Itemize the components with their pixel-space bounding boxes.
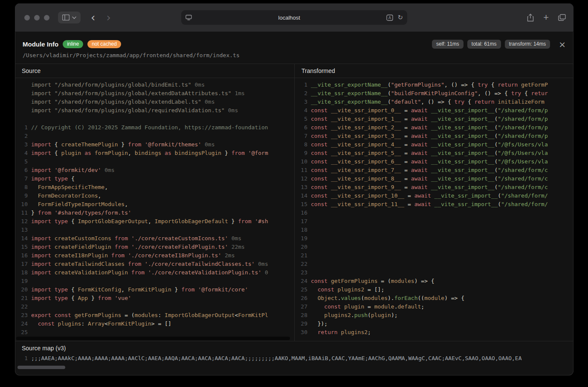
code-text: const __vite_ssr_import_5__ = await __vi…: [311, 149, 548, 157]
code-text: const __vite_ssr_import_1__ = await __vi…: [311, 115, 548, 123]
code-line: 24const getFormPlugins = (modules) => {: [295, 277, 574, 285]
source-horizontal-scrollbar[interactable]: [16, 337, 290, 340]
code-line: 29 });: [295, 320, 574, 328]
line-number: [15, 98, 28, 106]
toolbar-right-actions: +: [527, 3, 566, 32]
website-settings-icon[interactable]: [185, 15, 192, 20]
code-text: import createCustomIcons from './core/cr…: [31, 234, 241, 243]
minimize-window-button[interactable]: [34, 15, 40, 20]
code-line: 9const __vite_ssr_import_5__ = await __v…: [295, 149, 574, 157]
source-code: import "/shared/form/plugins/global/bind…: [15, 81, 294, 337]
code-line: 5const __vite_ssr_import_1__ = await __v…: [295, 115, 574, 123]
code-text: } from '#shared/types/form.ts': [31, 209, 131, 217]
line-number: 2: [295, 89, 307, 98]
code-line: import "/shared/form/plugins/global/requ…: [15, 106, 294, 115]
code-line: 27 const plugin = module.default;: [295, 303, 574, 311]
code-line: 12import type { ImportGlobEagerOutput, I…: [15, 217, 294, 226]
line-number: 12: [295, 175, 307, 183]
code-text: __vite_ssr_exportName__("getFormPlugins"…: [311, 81, 548, 89]
code-text: const __vite_ssr_import_4__ = await __vi…: [311, 140, 548, 149]
line-number: 17: [295, 217, 307, 226]
code-text: import "/shared/form/plugins/global/exte…: [31, 98, 214, 106]
line-number: 11: [295, 166, 307, 175]
line-number: [15, 89, 28, 98]
sidebar-icon: [62, 15, 70, 20]
traffic-lights: [24, 15, 49, 20]
sourcemap-scrollbar-thumb[interactable]: [17, 366, 65, 369]
line-number: 24: [15, 320, 28, 328]
code-line: 15const __vite_ssr_import_11__ = await _…: [295, 200, 574, 209]
transform-time-badge: transform: 14ms: [505, 40, 550, 49]
line-number: 2: [15, 132, 28, 140]
code-line: 23export const getFormPlugins = (modules…: [15, 311, 294, 320]
translate-icon[interactable]: A: [386, 15, 393, 21]
code-line: 11const __vite_ssr_import_7__ = await __…: [295, 166, 574, 175]
code-line: 18import createValidationPlugin from './…: [15, 268, 294, 277]
line-number: 5: [295, 115, 307, 123]
code-text: import createFieldPlugin from './core/cr…: [31, 243, 245, 251]
transformed-panel-title: Transformed: [294, 64, 574, 78]
sidebar-toggle-button[interactable]: [58, 12, 81, 23]
inline-badge: inline: [63, 40, 83, 48]
close-icon[interactable]: ×: [559, 41, 566, 48]
code-text: const __vite_ssr_import_3__ = await __vi…: [311, 132, 548, 140]
code-line: 24 const plugins: Array<FormKitPlugin> =…: [15, 320, 294, 328]
line-number: 23: [295, 268, 307, 277]
code-line: 13const __vite_ssr_import_9__ = await __…: [295, 183, 574, 192]
line-number: 16: [15, 251, 28, 260]
tab-overview-icon[interactable]: [558, 14, 566, 21]
chevron-down-icon: [72, 16, 76, 19]
code-line: 6const __vite_ssr_import_2__ = await __v…: [295, 123, 574, 132]
transformed-panel[interactable]: 1__vite_ssr_exportName__("getFormPlugins…: [294, 78, 574, 341]
code-text: import "/shared/form/plugins/global/exte…: [31, 89, 245, 98]
code-text: import type { App } from 'vue': [31, 294, 131, 303]
line-number: 15: [295, 200, 307, 209]
line-number: 20: [295, 243, 307, 251]
code-line: 21: [295, 251, 574, 260]
code-line: import "/shared/form/plugins/global/bind…: [15, 81, 294, 89]
zoom-window-button[interactable]: [44, 15, 49, 20]
code-line: 11} from '#shared/types/form.ts': [15, 209, 294, 217]
code-text: import "/shared/form/plugins/global/requ…: [31, 106, 238, 115]
code-line: 25: [15, 328, 294, 337]
code-text: });: [311, 320, 327, 328]
code-line: 19: [15, 277, 294, 285]
code-line: 4const __vite_ssr_import_0__ = await __v…: [295, 106, 574, 115]
back-button[interactable]: ‹: [91, 13, 95, 22]
line-number: 25: [15, 328, 28, 337]
code-line: import "/shared/form/plugins/global/exte…: [15, 98, 294, 106]
reload-icon[interactable]: ↻: [397, 14, 403, 21]
code-line: 1// Copyright (C) 2012-2025 Zammad Found…: [15, 123, 294, 132]
source-panel[interactable]: import "/shared/form/plugins/global/bind…: [15, 78, 294, 341]
new-tab-icon[interactable]: +: [543, 13, 549, 22]
code-text: const plugins: Array<FormKitPlugin> = []: [31, 320, 171, 328]
code-text: FormFieldTypeImportModules,: [31, 200, 128, 209]
code-line: 22: [15, 303, 294, 311]
browser-toolbar: ‹ › localhost A ↻: [15, 3, 574, 32]
share-icon[interactable]: [527, 14, 534, 22]
line-number: [15, 81, 28, 89]
address-bar[interactable]: localhost A ↻: [181, 10, 407, 25]
code-text: const __vite_ssr_import_0__ = await __vi…: [311, 106, 548, 115]
line-number: 13: [15, 226, 28, 234]
code-line: 15import createFieldPlugin from './core/…: [15, 243, 294, 251]
code-line: 19: [295, 234, 574, 243]
code-text: import createTailwindClasses from './cor…: [31, 260, 268, 268]
code-line: 22: [295, 260, 574, 268]
close-window-button[interactable]: [24, 15, 30, 20]
line-number: 1: [295, 81, 307, 89]
line-number: 7: [15, 175, 28, 183]
code-line: 7import type {: [15, 175, 294, 183]
line-number: 10: [15, 200, 28, 209]
transformed-code: 1__vite_ssr_exportName__("getFormPlugins…: [295, 81, 574, 337]
code-line: 28 plugins2.push(plugin);: [295, 311, 574, 320]
code-line: 3import { createThemePlugin } from '@for…: [15, 140, 294, 149]
line-number: 24: [295, 277, 307, 285]
line-number: 21: [295, 251, 307, 260]
line-number: 23: [15, 311, 28, 320]
code-text: const __vite_ssr_import_8__ = await __vi…: [311, 175, 548, 183]
forward-button[interactable]: ›: [106, 13, 110, 22]
code-line: 21import type { App } from 'vue': [15, 294, 294, 303]
code-text: import createValidationPlugin from './co…: [31, 268, 268, 277]
code-line: 16: [295, 209, 574, 217]
